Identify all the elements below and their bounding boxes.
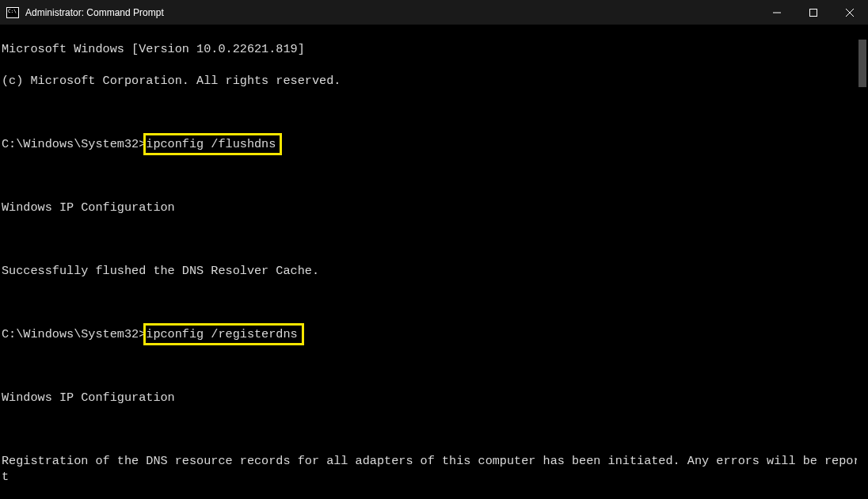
copyright-line: (c) Microsoft Corporation. All rights re… — [2, 73, 866, 89]
scrollbar-thumb[interactable] — [858, 40, 866, 87]
prompt-line-2: C:\Windows\System32>ipconfig /registerdn… — [2, 326, 866, 342]
cmd-flushdns: ipconfig /flushdns — [146, 137, 276, 151]
maximize-button[interactable] — [795, 0, 832, 25]
prompt: C:\Windows\System32> — [2, 137, 146, 151]
highlight-cmd-1: ipconfig /flushdns — [143, 133, 282, 155]
window-controls — [759, 0, 868, 25]
minimize-button[interactable] — [759, 0, 795, 25]
version-line: Microsoft Windows [Version 10.0.22621.81… — [2, 41, 866, 57]
window-title: Administrator: Command Prompt — [25, 7, 759, 18]
register-msg: Registration of the DNS resource records… — [2, 453, 866, 485]
svg-text:C:\: C:\ — [8, 8, 17, 13]
cmd-icon: C:\ — [6, 6, 19, 19]
highlight-cmd-2: ipconfig /registerdns — [143, 323, 303, 345]
ipconfig-header: Windows IP Configuration — [2, 200, 866, 215]
ipconfig-header: Windows IP Configuration — [2, 390, 866, 406]
prompt: C:\Windows\System32> — [2, 327, 146, 341]
titlebar[interactable]: C:\ Administrator: Command Prompt — [0, 0, 868, 25]
terminal-output[interactable]: Microsoft Windows [Version 10.0.22621.81… — [0, 25, 868, 499]
flush-success: Successfully flushed the DNS Resolver Ca… — [2, 263, 866, 279]
close-button[interactable] — [832, 0, 868, 25]
scrollbar[interactable] — [857, 25, 868, 499]
cmd-registerdns: ipconfig /registerdns — [146, 327, 297, 341]
svg-rect-3 — [810, 10, 817, 17]
prompt-line-1: C:\Windows\System32>ipconfig /flushdns — [2, 136, 866, 152]
